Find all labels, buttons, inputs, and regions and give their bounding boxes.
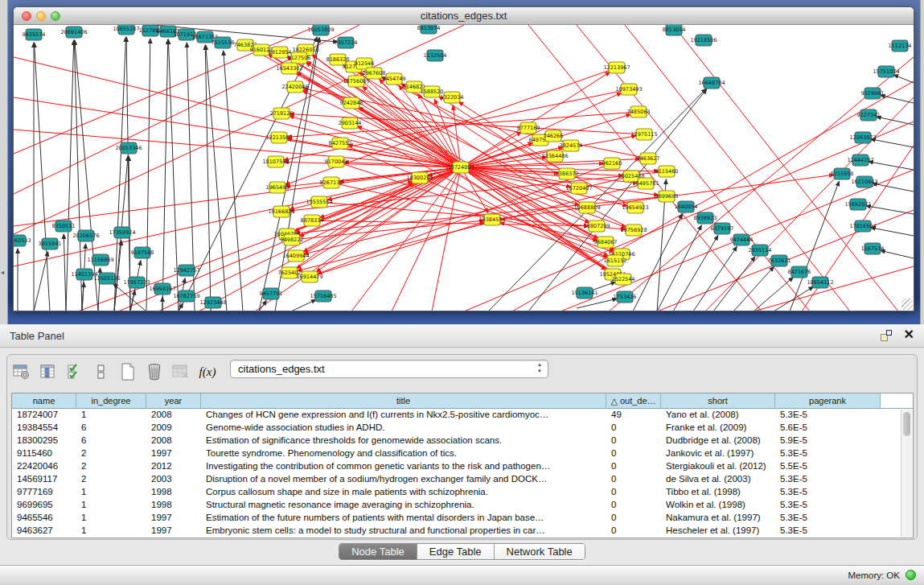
graph-node[interactable]: 20206576 bbox=[72, 230, 99, 241]
edge[interactable] bbox=[205, 45, 211, 311]
edge[interactable] bbox=[146, 39, 150, 311]
edge[interactable] bbox=[713, 257, 755, 311]
cell-title[interactable]: Estimation of significance thresholds fo… bbox=[201, 435, 606, 447]
edge[interactable] bbox=[790, 181, 839, 311]
edge[interactable] bbox=[66, 40, 74, 311]
cell-out_de[interactable]: 0 bbox=[606, 435, 661, 447]
cell-short[interactable]: Hescheler et al. (1997) bbox=[661, 525, 775, 538]
graph-node[interactable]: 11156869 bbox=[87, 254, 113, 266]
show-columns-icon[interactable] bbox=[39, 363, 58, 381]
graph-node[interactable]: 2522544 bbox=[612, 274, 635, 285]
graph-node[interactable]: 2935114 bbox=[749, 245, 772, 256]
tab-node-table[interactable]: Node Table bbox=[339, 544, 417, 559]
graph-node[interactable]: 2718126 bbox=[270, 108, 294, 119]
window-titlebar[interactable]: citations_edges.txt bbox=[14, 7, 914, 25]
citation-network-graph[interactable]: 1872400774638229160123891295418226058912… bbox=[14, 25, 914, 311]
column-header-year[interactable]: year bbox=[146, 393, 201, 409]
new-table-icon[interactable] bbox=[118, 363, 138, 381]
graph-node[interactable]: 9684067 bbox=[594, 237, 618, 248]
graph-node[interactable]: 1132504 bbox=[424, 50, 447, 61]
edge[interactable] bbox=[774, 286, 814, 311]
graph-node[interactable]: 9227341 bbox=[857, 109, 881, 121]
graph-node[interactable]: 8454749 bbox=[383, 73, 406, 84]
column-header-short[interactable]: short bbox=[661, 393, 775, 409]
graph-node[interactable]: 8427552 bbox=[329, 138, 352, 149]
cell-title[interactable]: Investigating the contribution of common… bbox=[201, 460, 606, 473]
graph-node[interactable]: 6379197 bbox=[711, 223, 734, 234]
graph-node[interactable]: 3915941 bbox=[39, 238, 62, 249]
cell-year[interactable]: 2012 bbox=[146, 460, 201, 473]
graph-node[interactable]: 12213967 bbox=[603, 62, 630, 73]
cell-title[interactable]: Estimation of the future numbers of pati… bbox=[201, 512, 606, 525]
table-row[interactable]: 1938455462009Genome-wide association stu… bbox=[12, 422, 913, 435]
tab-network-table[interactable]: Network Table bbox=[495, 544, 585, 559]
table-row[interactable]: 1830029562008Estimation of significance … bbox=[12, 435, 913, 447]
cell-name[interactable]: 9699695 bbox=[12, 499, 76, 512]
graph-node[interactable]: 8878334 bbox=[301, 215, 324, 226]
graph-node[interactable]: 9777169 bbox=[517, 122, 540, 134]
graph-node[interactable]: 1753426 bbox=[614, 291, 637, 303]
edge[interactable] bbox=[881, 250, 914, 258]
cell-year[interactable]: 1998 bbox=[146, 486, 201, 499]
import-table-icon[interactable] bbox=[171, 363, 191, 381]
table-row[interactable]: 911546021997Tourette syndrome. Phenomeno… bbox=[12, 447, 913, 460]
cell-year[interactable]: 2009 bbox=[146, 422, 201, 435]
table-row[interactable]: 946362711997Embryonic stem cells: a mode… bbox=[12, 525, 913, 538]
edge[interactable] bbox=[673, 236, 718, 311]
graph-node[interactable]: 9329961 bbox=[861, 88, 885, 99]
graph-node[interactable]: 9170041 bbox=[325, 156, 348, 167]
graph-node[interactable]: 17359924 bbox=[109, 227, 135, 238]
cell-year[interactable]: 1997 bbox=[146, 447, 201, 460]
table-row[interactable]: 1456911722003Disruption of a novel membe… bbox=[12, 473, 913, 486]
graph-node[interactable]: 20691406 bbox=[60, 27, 87, 38]
graph-node[interactable]: 19218506 bbox=[690, 35, 717, 46]
edge[interactable] bbox=[130, 290, 135, 311]
graph-node[interactable]: 15716485 bbox=[310, 290, 336, 302]
cell-name[interactable]: 18724007 bbox=[12, 409, 76, 422]
graph-node[interactable]: 8813074 bbox=[417, 25, 441, 34]
column-header-title[interactable]: title bbox=[201, 393, 606, 409]
scrollbar-thumb[interactable] bbox=[903, 412, 910, 436]
cell-out_de[interactable]: 0 bbox=[606, 422, 661, 435]
citation-edge[interactable] bbox=[705, 97, 914, 311]
graph-node[interactable]: 9115460 bbox=[655, 166, 679, 177]
column-header-name[interactable]: name bbox=[12, 393, 76, 409]
graph-node[interactable]: 7485063 bbox=[627, 106, 651, 117]
graph-node[interactable]: 8813054 bbox=[663, 25, 686, 35]
edge[interactable] bbox=[657, 225, 701, 311]
close-icon[interactable]: ✕ bbox=[904, 327, 914, 342]
graph-node[interactable]: 17016504 bbox=[849, 220, 876, 232]
citation-edge[interactable] bbox=[290, 171, 667, 211]
cell-short[interactable]: Tibbo et al. (1998) bbox=[661, 486, 775, 499]
cell-pagerank[interactable]: 5.3E-5 bbox=[775, 486, 881, 499]
cell-pagerank[interactable]: 5.3E-5 bbox=[775, 525, 881, 538]
citation-edge[interactable] bbox=[754, 266, 914, 311]
tab-edge-table[interactable]: Edge Table bbox=[417, 544, 495, 559]
edge[interactable] bbox=[877, 117, 914, 125]
graph-node[interactable]: 9197588 bbox=[131, 247, 154, 258]
cell-name[interactable]: 18300295 bbox=[12, 435, 76, 447]
cell-pagerank[interactable]: 5.9E-5 bbox=[775, 435, 881, 447]
graph-node[interactable]: 7515536 bbox=[211, 37, 235, 48]
cell-name[interactable]: 9115460 bbox=[12, 447, 76, 460]
edge[interactable] bbox=[866, 206, 914, 214]
cell-title[interactable]: Embryonic stem cells: a model to study s… bbox=[201, 525, 606, 538]
cell-year[interactable]: 1998 bbox=[146, 499, 201, 512]
float-window-icon[interactable] bbox=[881, 330, 892, 341]
citation-edge[interactable] bbox=[673, 25, 898, 311]
cell-short[interactable]: Dudbridge et al. (2008) bbox=[661, 435, 775, 447]
cell-in_degree[interactable]: 1 bbox=[76, 409, 146, 422]
edge[interactable] bbox=[64, 234, 66, 311]
cell-short[interactable]: Franke et al. (2009) bbox=[661, 422, 775, 435]
network-graph-canvas[interactable]: 1872400774638229160123891295418226058912… bbox=[14, 25, 914, 311]
cell-out_de[interactable]: 49 bbox=[606, 409, 661, 422]
cell-out_de[interactable]: 0 bbox=[606, 460, 661, 473]
cell-in_degree[interactable]: 1 bbox=[76, 486, 146, 499]
graph-node[interactable]: 10655287 bbox=[113, 25, 139, 35]
graph-node[interactable]: 26160533 bbox=[14, 235, 31, 246]
cell-short[interactable]: Nakamura et al. (1997) bbox=[661, 512, 775, 525]
edge[interactable] bbox=[577, 299, 617, 308]
citation-edge[interactable] bbox=[312, 55, 461, 167]
row-height-icon[interactable] bbox=[92, 363, 111, 381]
cell-pagerank[interactable]: 5.6E-5 bbox=[775, 422, 881, 435]
